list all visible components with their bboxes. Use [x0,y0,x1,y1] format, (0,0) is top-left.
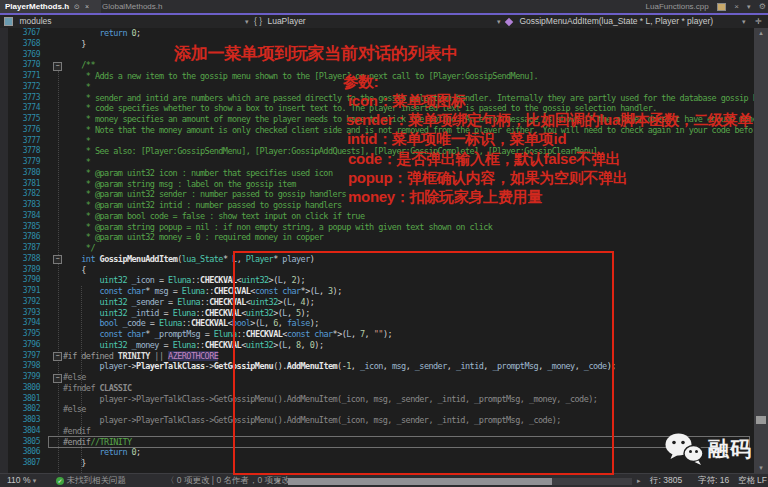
line-number: 3789 [8,265,40,276]
eol-indicator[interactable]: LF [757,474,767,487]
line-number: 3770 [8,60,40,71]
code-token: = [168,286,182,296]
close-icon[interactable]: × [85,3,89,10]
vertical-scrollbar-thumb[interactable] [756,416,766,424]
code-line[interactable]: 3767 return 0; [0,28,754,39]
code-text: * @param bool code = false : show text i… [63,211,364,222]
annotation-box [233,251,614,475]
vertical-scrollbar[interactable]: ▴ ▾ [754,28,768,473]
line-number: 3781 [8,179,40,190]
code-token: _icon [132,275,155,285]
code-text: } [63,39,86,50]
tab-bar: PlayerMethods.h⊙× GlobalMethods.h LuaFun… [0,0,768,13]
tab-luafunctions[interactable]: LuaFunctions.cpp [646,2,709,11]
fold-toggle-icon[interactable]: − [53,62,62,71]
line-number: 3801 [8,394,40,405]
code-token: * [63,82,90,92]
gear-icon[interactable]: ⚙ [759,2,766,11]
tab-group-right: LuaFunctions.cpp × ▾ ⚙ [640,0,766,13]
chevron-down-icon[interactable]: ▾ [747,3,751,10]
annotation-item: intid：菜单项唯一标识，菜单项id [347,130,566,149]
tab-globalmethods[interactable]: GlobalMethods.h [97,0,167,13]
fold-toggle-icon[interactable]: − [53,352,62,361]
type-dropdown[interactable]: { } LuaPlayer [254,15,306,28]
code-text: return 0; [63,447,141,458]
line-number: 3804 [8,426,40,437]
code-token: Eluna [173,340,196,350]
line-number: 3794 [8,318,40,329]
code-token: #ifndef [63,383,100,393]
code-line[interactable]: 3785 * @param string popup = nil : if no… [0,222,754,233]
tab-playermethods[interactable]: PlayerMethods.h⊙× [0,0,101,13]
annotation-item: code：是否弹出输入框，默认false不弹出 [348,150,620,169]
pin-icon[interactable]: ⊙ [74,3,80,10]
line-number: 3793 [8,308,40,319]
fold-toggle-icon[interactable]: − [53,374,62,383]
health-indicator[interactable]: ✓ 未找到相关问题 [56,474,126,487]
line-number: 3807 [8,458,40,469]
scroll-right-icon[interactable]: ▸ [637,474,641,487]
column-indicator[interactable]: 字符: 16 [698,474,729,487]
code-token: :: [191,275,200,285]
code-token: Eluna [159,318,182,328]
code-token: player [100,361,127,371]
line-number: 3788 [8,254,40,265]
code-text: #endif [63,426,90,437]
code-token: //TRINITY [90,437,131,447]
code-token: #else [63,372,86,382]
code-token: * Adds a new item to the gossip menu sho… [63,71,538,81]
code-token: = [159,340,173,350]
code-token: } [63,39,86,49]
code-token: char [127,329,145,339]
code-token: AZEROTHCORE [168,351,218,361]
chevron-down-icon[interactable]: ▾ [742,15,746,28]
code-token: #if defined [63,351,118,361]
code-text: * [63,136,90,147]
code-token: * @param uint32 intid : number passed to… [63,200,342,210]
line-indicator[interactable]: 行: 3805 [650,474,682,487]
project-dropdown[interactable]: modules [4,15,52,28]
close-icon[interactable]: × [734,2,739,11]
code-text: * @param string msg : label on the gossi… [63,179,296,190]
status-bar: 110 % ▾ ✓ 未找到相关问题 〈 0 项更改 | 0 名作者，0 项更改 … [0,473,768,487]
line-number: 3795 [8,329,40,340]
code-token: :: [200,297,209,307]
spaces-indicator[interactable]: 空格 [738,474,755,487]
line-number: 3787 [8,243,40,254]
code-line[interactable]: 3786 * @param uint32 money = 0 : require… [0,232,754,243]
scroll-up-icon[interactable]: ▴ [754,29,768,37]
code-text: * Adds a new item to the gossip menu sho… [63,71,538,82]
horizontal-scrollbar-thumb[interactable] [288,478,552,485]
line-number: 3774 [8,103,40,114]
code-token: Eluna [168,275,191,285]
zoom-level[interactable]: 110 % ▾ [7,474,36,487]
line-number: 3768 [8,39,40,50]
split-editor-icon[interactable]: ✛ [755,15,762,28]
code-token: /** [63,60,95,70]
code-token: char [127,286,145,296]
scroll-down-icon[interactable]: ▾ [754,464,768,472]
chevron-down-icon[interactable]: ▾ [497,15,501,28]
line-number: 3797 [8,351,40,362]
code-token [63,297,100,307]
code-token [63,447,100,457]
code-token: _promptMsg [154,329,200,339]
code-text: #if defined TRINITY || AZEROTHCORE [63,351,218,362]
scroll-left-icon[interactable]: ◂ [276,474,280,487]
braces-icon: { } [254,16,262,26]
member-dropdown[interactable]: GossipMenuAddItem(lua_State * L, Player … [506,15,713,28]
annotation-title: 添加一菜单项到玩家当前对话的列表中 [174,42,458,65]
code-line[interactable]: 3784 * @param bool code = false : show t… [0,211,754,222]
code-token: const [100,286,123,296]
code-token: CLASSIC [100,383,132,393]
chevron-down-icon: ▾ [33,477,37,484]
code-token: :: [195,340,204,350]
watermark: 融码 [664,432,752,466]
code-token: * @param uint32 money = 0 : required mon… [63,232,323,242]
code-token: Eluna [182,286,205,296]
changes-indicator[interactable]: 〈 0 项更改 | 0 名作者，0 项更改 [166,474,290,487]
fold-toggle-icon[interactable]: − [53,255,62,264]
line-number: 3777 [8,136,40,147]
line-number: 3784 [8,211,40,222]
chevron-down-icon[interactable]: ▾ [245,15,249,28]
